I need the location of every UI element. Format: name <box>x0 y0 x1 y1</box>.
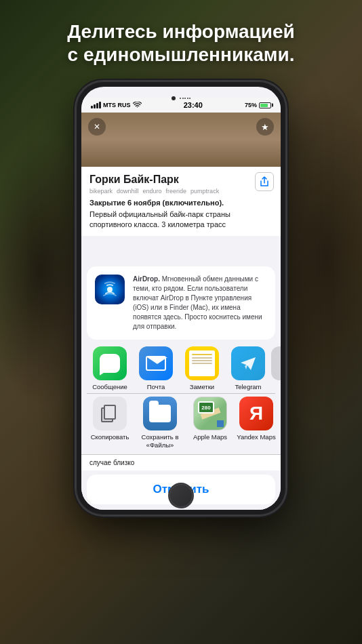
header-title: Делитесь информациейс единомышленниками. <box>0 20 362 66</box>
battery-icon <box>259 102 271 108</box>
share-sheet: AirDrop. Мгновенный обмен данными с теми… <box>81 261 281 510</box>
speaker <box>180 98 190 99</box>
camera-lens <box>172 96 176 100</box>
share-mail-item[interactable]: Почта <box>133 346 179 390</box>
telegram-plane-icon <box>239 354 258 373</box>
signal-icon <box>91 102 101 108</box>
files-app-icon <box>143 397 177 430</box>
app-icons-row2: Скопировать Сохранить в «Файлы» 280 <box>81 394 281 454</box>
status-battery: 75% <box>245 102 271 108</box>
applemaps-app-icon: 280 <box>193 397 227 430</box>
copy-app-icon <box>93 397 127 430</box>
home-button-inner <box>169 484 193 507</box>
share-copy-item[interactable]: Скопировать <box>87 397 133 449</box>
camera-area <box>172 96 190 100</box>
content-panel: Горки Байк-Парк bikepark downhill enduro… <box>81 167 281 236</box>
close-icon: ✕ <box>94 122 100 132</box>
notes-app-icon <box>185 346 219 380</box>
closing-date: Закрытие 6 ноября (включительно). <box>89 199 273 207</box>
share-yandex-item[interactable]: Я Yandex Maps <box>233 397 279 449</box>
wifi-icon <box>133 102 142 108</box>
yandex-app-icon: Я <box>239 397 273 430</box>
share-icon <box>260 176 269 187</box>
status-carrier: MTS RUS <box>91 102 142 108</box>
airdrop-section: AirDrop. Мгновенный обмен данными с теми… <box>87 266 275 340</box>
share-telegram-item[interactable]: Telegram <box>225 346 271 390</box>
status-time: 23:40 <box>184 101 203 109</box>
airdrop-symbol <box>100 279 120 300</box>
bottom-partial-text: случае близко <box>81 454 281 470</box>
yandex-label: Yandex Maps <box>237 433 275 441</box>
telegram-label: Telegram <box>235 383 261 390</box>
message-label: Сообщение <box>92 383 127 390</box>
star-icon: ★ <box>261 122 269 132</box>
home-button[interactable] <box>168 483 194 508</box>
carrier-text: MTS RUS <box>103 102 131 108</box>
app-icons-row1: Сообщение Почта <box>81 340 281 393</box>
park-title: Горки Байк-Парк <box>89 174 273 186</box>
header-title-text: Делитесь информациейс единомышленниками. <box>67 21 295 65</box>
app-header-image: ✕ ★ <box>81 113 281 167</box>
phone-frame: MTS RUS 23:40 75% <box>76 81 286 515</box>
copy-label: Скопировать <box>91 433 129 441</box>
phone-screen: MTS RUS 23:40 75% <box>81 87 281 510</box>
close-button[interactable]: ✕ <box>88 118 106 136</box>
telegram-app-icon <box>231 346 265 380</box>
share-applemaps-item[interactable]: 280 Apple Maps <box>187 397 233 449</box>
share-button[interactable] <box>255 172 274 191</box>
favorite-button[interactable]: ★ <box>256 118 274 136</box>
applemaps-label: Apple Maps <box>193 433 227 441</box>
share-files-item[interactable]: Сохранить в «Файлы» <box>133 397 187 449</box>
content-body: Первый официальный байк-парк страны спор… <box>89 209 273 230</box>
airdrop-icon <box>95 275 125 304</box>
share-message-item[interactable]: Сообщение <box>87 346 133 390</box>
files-label: Сохранить в «Файлы» <box>136 433 184 449</box>
share-notes-item[interactable]: Заметки <box>179 346 225 390</box>
battery-percent: 75% <box>245 102 257 108</box>
share-more-item[interactable]: W W <box>271 346 281 390</box>
trail-image <box>81 113 281 167</box>
tags-row: bikepark downhill enduro freeride pumptr… <box>89 188 273 195</box>
notes-label: Заметки <box>190 383 214 390</box>
mail-label: Почта <box>147 383 165 390</box>
message-app-icon <box>93 346 127 380</box>
airdrop-description: AirDrop. Мгновенный обмен данными с теми… <box>133 275 267 331</box>
more-app-icon: W <box>271 346 281 380</box>
mail-app-icon <box>139 346 173 380</box>
